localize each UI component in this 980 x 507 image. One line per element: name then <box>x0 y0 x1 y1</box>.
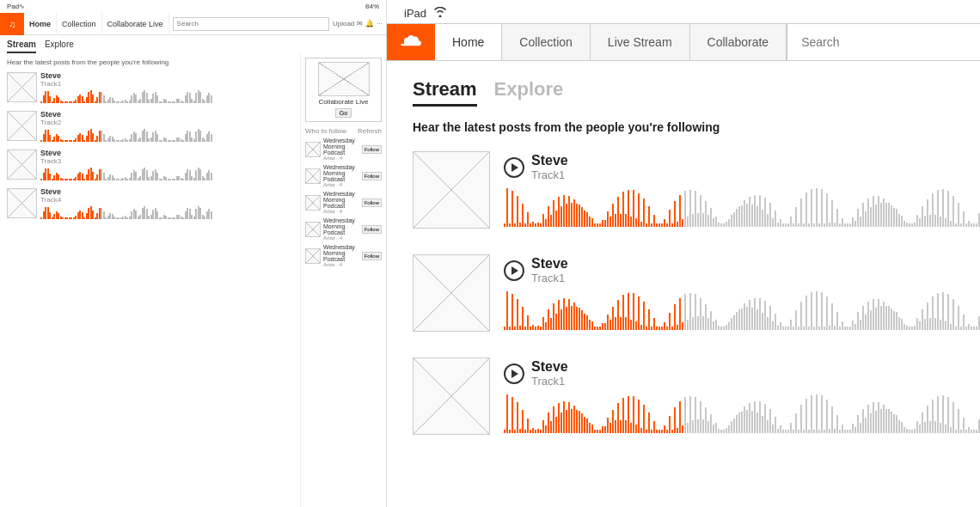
ipad-nav-home[interactable]: Home <box>435 24 502 60</box>
ipad-waveform-3 <box>504 394 980 433</box>
left-track-sub-3: Track3 <box>40 157 293 165</box>
ipad-track-thumb-1 <box>413 151 490 229</box>
ipad-nav-collaborate[interactable]: Collaborate <box>690 24 787 60</box>
left-follow-btn-3[interactable]: Follow <box>362 199 382 207</box>
ipad-track-name-3: Steve Track1 <box>531 359 568 388</box>
ipad-play-icon-1 <box>511 163 518 172</box>
left-waveform-4 <box>40 204 293 219</box>
ipad-track-thumb-3 <box>413 357 490 435</box>
left-battery: 84% <box>365 3 379 10</box>
ipad-tab-stream[interactable]: Stream <box>413 78 477 107</box>
left-track-name-4: Steve <box>40 187 293 196</box>
ipad-track-details-1: Steve Track1 <box>504 153 980 227</box>
ipad-nav-livestream[interactable]: Live Stream <box>591 24 690 60</box>
left-wifi-icon: ∿ <box>19 3 25 10</box>
ipad-search-input[interactable] <box>787 24 980 60</box>
ipad-track-header-2: Steve Track1 <box>504 256 980 284</box>
ipad-content: Stream Explore Hear the latest posts fro… <box>387 61 980 507</box>
ipad-play-icon-2 <box>511 266 518 275</box>
left-sidebar-thumb-sm-3 <box>305 195 321 211</box>
ipad-play-btn-2[interactable] <box>504 260 524 281</box>
left-track-sub-1: Track1 <box>40 80 293 88</box>
left-search-input[interactable] <box>173 17 329 31</box>
left-tab-stream[interactable]: Stream <box>7 40 36 53</box>
left-track-thumb-1 <box>7 72 37 102</box>
ipad-track-1: Steve Track1 <box>413 151 954 229</box>
ipad-nav-collection[interactable]: Collection <box>502 24 590 60</box>
left-track-thumb-4 <box>7 188 37 218</box>
left-track-info-3: Steve Track3 <box>40 149 293 180</box>
soundcloud-icon: ♫ <box>9 19 15 29</box>
left-nav-collaborate[interactable]: Collaborate Live <box>102 13 169 35</box>
ipad-waveform-1 <box>504 188 980 227</box>
left-follow-btn-2[interactable]: Follow <box>362 172 382 180</box>
left-track-2: Steve Track2 <box>7 110 293 142</box>
left-follow-btn-5[interactable]: Follow <box>362 252 382 260</box>
left-more-btn[interactable]: ··· <box>377 20 383 27</box>
left-track-thumb-3 <box>7 150 37 180</box>
left-track-4: Steve Track4 <box>7 187 293 219</box>
left-promo-thumb <box>318 62 370 96</box>
left-sidebar-info-2: Wednesday Morning Podcast Artist · 4 <box>323 164 359 187</box>
left-logo[interactable]: ♫ <box>0 13 24 35</box>
left-sidebar-info-1: Wednesday Morning Podcast Artist · 4 <box>323 137 359 161</box>
ipad-status-bar: iPad <box>387 0 980 23</box>
ipad-wifi-icon <box>433 7 447 20</box>
left-status-bar: Pad ∿ 84% <box>0 0 386 13</box>
ipad-tabs: Stream Explore <box>413 78 954 107</box>
left-sidebar-thumb-sm-4 <box>305 222 321 237</box>
left-track-name-2: Steve <box>40 110 293 119</box>
left-sidebar-track-1: Wednesday Morning Podcast Artist · 4 Fol… <box>305 137 382 161</box>
ipad-track-name-2: Steve Track1 <box>531 256 568 284</box>
left-who-to-follow-title: Who to follow Refresh <box>305 127 382 135</box>
left-nav-collection[interactable]: Collection <box>57 13 102 35</box>
left-promo-btn[interactable]: Go <box>335 108 352 118</box>
ipad-device-label: iPad <box>404 7 426 20</box>
ipad-track-header-3: Steve Track1 <box>504 359 980 388</box>
ipad-tab-explore[interactable]: Explore <box>494 78 564 107</box>
left-headline: Hear the latest posts from the people yo… <box>7 58 293 66</box>
ipad-nav: Home Collection Live Stream Collaborate <box>387 23 980 61</box>
ipad-track-details-3: Steve Track1 <box>504 359 980 433</box>
left-track-thumb-2 <box>7 111 37 141</box>
left-sidebar-info-4: Wednesday Morning Podcast Artist · 4 <box>323 217 359 241</box>
left-upload-btn[interactable]: Upload <box>333 20 354 27</box>
left-panel: Pad ∿ 84% ♫ Home Collection Collaborate … <box>0 0 387 507</box>
ipad-logo[interactable] <box>387 24 435 60</box>
ipad-track-header-1: Steve Track1 <box>504 153 980 181</box>
left-waveform-2 <box>40 126 293 142</box>
left-sidebar-track-5: Wednesday Morning Podcast Artist · 4 Fol… <box>305 244 382 267</box>
left-notify-btn[interactable]: 🔔 <box>365 20 374 27</box>
left-sidebar-track-2: Wednesday Morning Podcast Artist · 4 Fol… <box>305 164 382 187</box>
ipad-track-thumb-2 <box>413 254 490 332</box>
ipad-play-btn-3[interactable] <box>504 363 524 384</box>
ipad-waveform-2 <box>504 291 980 330</box>
left-track-sub-2: Track2 <box>40 119 293 126</box>
left-sidebar-thumb-sm-5 <box>305 248 321 264</box>
left-waveform-1 <box>40 88 293 103</box>
left-track-info-1: Steve Track1 <box>40 71 293 103</box>
left-tabs: Stream Explore <box>0 35 386 53</box>
left-nav: ♫ Home Collection Collaborate Live Uploa… <box>0 13 386 35</box>
left-sidebar-promo: Collaborate Live Go <box>305 58 382 122</box>
ipad-track-3: Steve Track1 <box>413 357 954 435</box>
left-waveform-3 <box>40 165 293 180</box>
ipad-headline: Hear the latest posts from the people yo… <box>413 120 954 134</box>
left-sidebar-thumb-sm-1 <box>305 142 321 157</box>
left-tab-explore[interactable]: Explore <box>45 40 74 53</box>
ipad-track-name-1: Steve Track1 <box>531 153 568 181</box>
left-nav-actions: Upload ✉ 🔔 ··· <box>333 20 386 27</box>
ipad-track-2: Steve Track1 <box>413 254 954 332</box>
left-sidebar-track-3: Wednesday Morning Podcast Artist · 4 Fol… <box>305 191 382 214</box>
left-follow-btn-1[interactable]: Follow <box>362 145 382 154</box>
left-follow-btn-4[interactable]: Follow <box>362 225 382 234</box>
left-track-info-2: Steve Track2 <box>40 110 293 142</box>
left-sidebar-info-3: Wednesday Morning Podcast Artist · 4 <box>323 191 359 214</box>
soundcloud-logo-icon <box>399 34 423 51</box>
left-stream: Hear the latest posts from the people yo… <box>0 53 300 507</box>
left-share-btn[interactable]: ✉ <box>357 20 363 27</box>
left-track-sub-4: Track4 <box>40 196 293 204</box>
ipad-play-btn-1[interactable] <box>504 157 524 178</box>
left-nav-home[interactable]: Home <box>24 13 57 35</box>
ipad-play-icon-3 <box>511 370 518 378</box>
